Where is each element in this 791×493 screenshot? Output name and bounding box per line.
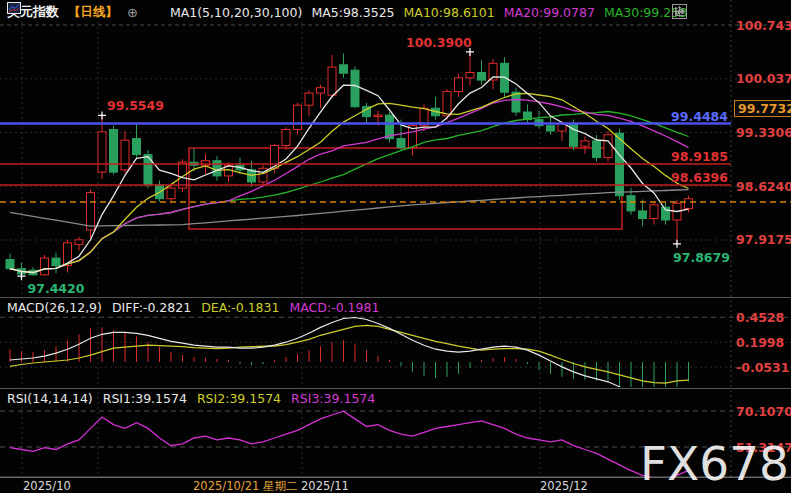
- price-axis-highlight-label: 99.7732: [734, 100, 791, 117]
- level-label: 98.6396: [656, 170, 728, 185]
- macd-axis-label: 0.4528: [736, 310, 784, 325]
- time-axis-label: 2025/11: [301, 479, 349, 493]
- indicator-pane-icon[interactable]: [708, 4, 723, 19]
- level-label: 99.4484: [656, 109, 728, 124]
- rsi-header: RSI(14,14,14) RSI1:39.1574 RSI2:39.1574 …: [7, 391, 375, 406]
- macd-dea-value: DEA:-0.1831: [201, 300, 279, 315]
- macd-diff-value: DIFF:-0.2821: [112, 300, 191, 315]
- price-axis-label: 99.3306: [736, 125, 791, 140]
- time-axis-label: 2025/10/21 星期二: [193, 479, 297, 493]
- watermark: FX678: [640, 436, 789, 491]
- trading-chart-app: { "header": { "title": "美元指数", "period":…: [0, 0, 791, 493]
- rsi-name: RSI(14,14,14): [7, 391, 93, 406]
- ma10-value: MA10:98.6101: [404, 5, 495, 20]
- rsi2-value: RSI2:39.1574: [197, 391, 281, 406]
- price-axis-label: 100.7438: [736, 18, 791, 33]
- ma5-value: MA5:98.3525: [311, 5, 394, 20]
- time-axis-label: 2025/10: [23, 479, 71, 493]
- main-header: 美元指数 【日线】 ⊕ MA1(5,10,20,30,100) MA5:98.3…: [7, 2, 687, 22]
- rsi-axis-label: 70.1070: [736, 404, 791, 419]
- swing-label: 99.5549: [107, 98, 164, 113]
- chart-canvas[interactable]: [0, 0, 791, 493]
- new-pane-icon[interactable]: [690, 4, 705, 19]
- swing-label: 100.3900: [406, 35, 472, 50]
- macd-axis-label: 0.1998: [736, 335, 784, 350]
- chart-type-icon[interactable]: [147, 6, 161, 18]
- swing-label: 97.8679: [673, 250, 730, 265]
- rsi1-value: RSI1:39.1574: [103, 391, 187, 406]
- ma20-value: MA20:99.0787: [504, 5, 595, 20]
- macd-header: MACD(26,12,9) DIFF:-0.2821 DEA:-0.1831 M…: [7, 300, 379, 315]
- rsi3-value: RSI3:39.1574: [291, 391, 375, 406]
- price-axis-label: 100.0372: [736, 71, 791, 86]
- macd-name: MACD(26,12,9): [7, 300, 102, 315]
- swing-label: 97.4420: [28, 281, 85, 296]
- price-axis-label: 98.6240: [736, 179, 791, 194]
- level-label: 98.9185: [656, 149, 728, 164]
- period-label[interactable]: 【日线】: [68, 4, 118, 21]
- macd-macd-value: MACD:-0.1981: [289, 300, 379, 315]
- macd-axis-label: -0.0531: [736, 360, 789, 375]
- chart-toolbar: [672, 4, 741, 19]
- time-axis-label: 2025/12: [540, 479, 588, 493]
- ma-settings-label: MA1(5,10,20,30,100): [170, 5, 302, 20]
- price-axis-label: 97.9175: [736, 232, 791, 247]
- chart-stage[interactable]: 美元指数 【日线】 ⊕ MA1(5,10,20,30,100) MA5:98.3…: [0, 0, 791, 493]
- add-indicator-icon[interactable]: ⊕: [127, 5, 138, 20]
